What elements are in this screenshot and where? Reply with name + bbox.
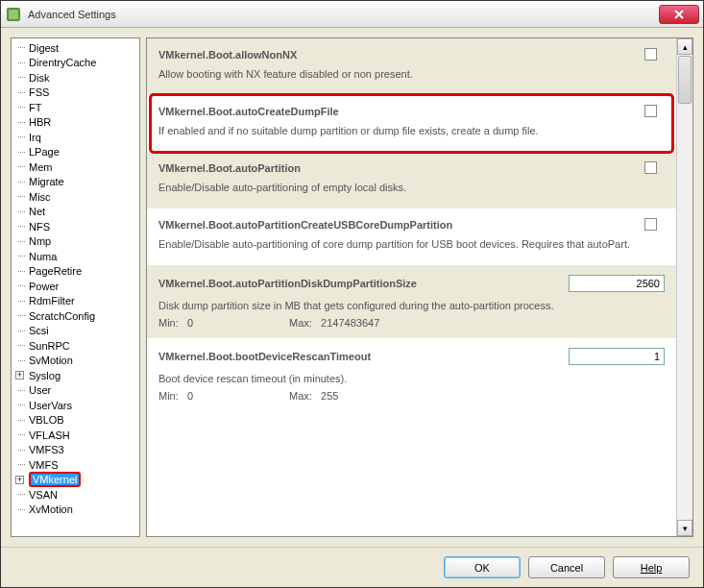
tree-item-vmfs[interactable]: VMFS [15,457,139,473]
tree-item-fss[interactable]: FSS [15,86,139,101]
tree-item-label: LPage [29,146,60,158]
tree-item-power[interactable]: Power [15,279,139,294]
category-tree[interactable]: DigestDirentryCacheDiskFSSFTHBRIrqLPageM… [11,37,140,537]
tree-item-label: Mem [29,161,52,173]
tree-item-label: Scsi [29,325,49,336]
window-title: Advanced Settings [28,9,659,20]
setting-description: Disk dump partition size in MB that gets… [158,300,665,311]
tree-item-disk[interactable]: Disk [15,70,139,86]
tree-item-label: VMFS [29,459,59,471]
tree-item-irq[interactable]: Irq [15,130,139,145]
content-area: DigestDirentryCacheDiskFSSFTHBRIrqLPageM… [1,28,703,547]
tree-item-label: Irq [29,132,41,143]
setting-checkbox[interactable] [644,48,657,61]
tree-item-label: SvMotion [29,355,73,366]
tree-item-label: VSAN [29,489,58,501]
tree-item-misc[interactable]: Misc [15,189,139,205]
tree-item-label: Net [29,206,45,217]
setting-range: Min: 0Max: 2147483647 [158,317,665,329]
tree-item-label: FT [29,102,41,113]
setting-name: VMkernel.Boot.autoPartition [158,162,644,174]
setting-description: Enable/Disable auto-partitioning of core… [158,238,665,250]
tree-item-numa[interactable]: Numa [15,249,139,264]
tree-item-label: UserVars [29,400,72,411]
setting-checkbox[interactable] [644,218,657,231]
setting-VMkernel-Boot-bootDeviceRescanTimeout: VMkernel.Boot.bootDeviceRescanTimeoutBoo… [147,338,676,411]
tree-item-lpage[interactable]: LPage [15,145,139,160]
help-button[interactable]: Help [613,556,690,578]
tree-item-net[interactable]: Net [15,205,139,220]
setting-VMkernel-Boot-autoPartitionCreateUSBCoreDumpPartition: VMkernel.Boot.autoPartitionCreateUSBCore… [147,208,676,265]
tree-item-svmotion[interactable]: SvMotion [15,354,139,369]
setting-VMkernel-Boot-allowNonNX: VMkernel.Boot.allowNonNXAllow booting wi… [147,38,676,95]
close-button[interactable] [659,5,699,24]
tree-item-rdmfilter[interactable]: RdmFilter [15,294,139,309]
tree-item-syslog[interactable]: +Syslog [15,368,139,383]
tree-item-vsan[interactable]: VSAN [15,487,139,502]
tree-item-label: FSS [29,86,49,98]
scrollbar[interactable]: ▴ ▾ [676,38,692,536]
tree-item-label: VFLASH [29,429,70,441]
setting-name: VMkernel.Boot.allowNonNX [158,49,644,61]
expand-icon[interactable]: + [15,476,24,484]
tree-item-label: PageRetire [29,265,82,277]
scroll-down-button[interactable]: ▾ [677,520,692,536]
tree-item-label: Nmp [29,235,51,247]
tree-item-label: User [29,384,51,396]
tree-item-digest[interactable]: Digest [15,40,139,56]
tree-item-label: Numa [29,251,57,262]
setting-checkbox[interactable] [644,105,657,117]
cancel-button[interactable]: Cancel [528,556,605,578]
tree-item-hbr[interactable]: HBR [15,115,139,131]
setting-name: VMkernel.Boot.bootDeviceRescanTimeout [158,351,569,362]
tree-item-sunrpc[interactable]: SunRPC [15,338,139,354]
setting-range: Min: 0Max: 255 [158,390,665,402]
tree-item-label: DirentryCache [29,57,96,68]
tree-item-label: XvMotion [29,503,73,515]
tree-item-label: SunRPC [29,340,70,352]
setting-VMkernel-Boot-autoPartition: VMkernel.Boot.autoPartitionEnable/Disabl… [147,152,676,208]
settings-panel: VMkernel.Boot.allowNonNXAllow booting wi… [146,37,693,537]
tree-item-scsi[interactable]: Scsi [15,324,139,339]
svg-rect-1 [9,10,18,19]
setting-description: Enable/Disable auto-partitioning of empt… [158,182,665,193]
tree-item-scratchconfig[interactable]: ScratchConfig [15,308,139,324]
scroll-thumb[interactable] [678,56,692,104]
tree-item-label: RdmFilter [29,295,75,306]
tree-item-nmp[interactable]: Nmp [15,234,139,250]
tree-item-mem[interactable]: Mem [15,159,139,175]
setting-textbox[interactable] [569,275,665,292]
tree-item-ft[interactable]: FT [15,100,139,115]
setting-checkbox[interactable] [644,161,657,174]
tree-item-xvmotion[interactable]: XvMotion [15,502,139,518]
app-icon [5,6,22,23]
expand-icon[interactable]: + [15,371,24,380]
tree-item-label: Misc [29,191,51,203]
tree-item-uservars[interactable]: UserVars [15,398,139,413]
tree-item-migrate[interactable]: Migrate [15,175,139,190]
scroll-up-button[interactable]: ▴ [677,38,692,55]
tree-item-label: VBLOB [29,414,64,426]
setting-description: Boot device rescan timeout (in minutes). [158,373,665,384]
tree-item-label: ScratchConfig [29,310,95,322]
tree-item-vblob[interactable]: VBLOB [15,413,139,429]
tree-item-label: Disk [29,72,49,84]
tree-item-vmkernel[interactable]: +VMkernel [15,473,139,488]
dialog-buttons: OK Cancel Help [1,547,703,587]
setting-name: VMkernel.Boot.autoCreateDumpFile [158,106,644,117]
setting-textbox[interactable] [569,348,665,365]
ok-button[interactable]: OK [444,556,521,578]
tree-item-label: Power [29,281,59,292]
tree-item-vflash[interactable]: VFLASH [15,428,139,443]
tree-item-user[interactable]: User [15,383,139,399]
titlebar: Advanced Settings [1,1,703,28]
tree-item-label: Syslog [29,370,61,381]
tree-item-label: HBR [29,116,51,128]
tree-item-vmfs3[interactable]: VMFS3 [15,443,139,458]
tree-item-pageretire[interactable]: PageRetire [15,264,139,280]
setting-VMkernel-Boot-autoPartitionDiskDumpPartitionSize: VMkernel.Boot.autoPartitionDiskDumpParti… [147,265,676,338]
tree-item-nfs[interactable]: NFS [15,219,139,234]
setting-name: VMkernel.Boot.autoPartitionDiskDumpParti… [158,278,569,289]
tree-item-direntrycache[interactable]: DirentryCache [15,56,139,71]
tree-item-label: Migrate [29,176,64,187]
